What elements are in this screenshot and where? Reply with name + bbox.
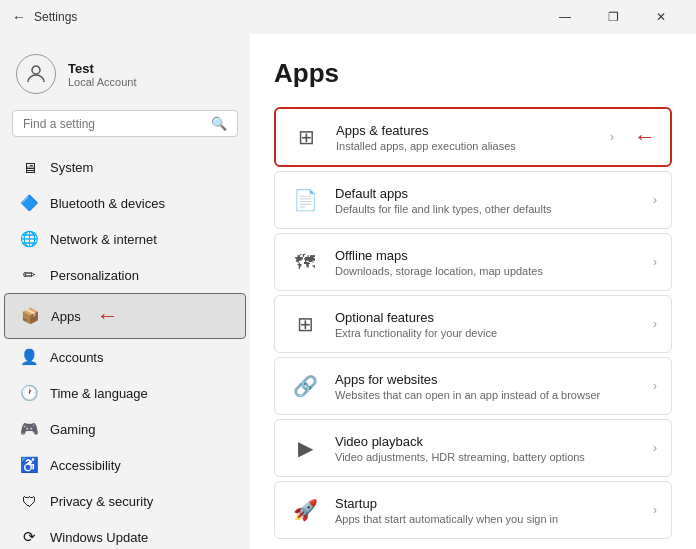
sidebar-item-label-gaming: Gaming <box>50 422 96 437</box>
sidebar-item-label-network: Network & internet <box>50 232 157 247</box>
default-apps-title: Default apps <box>335 186 639 201</box>
video-playback-title: Video playback <box>335 434 639 449</box>
back-arrow-icon[interactable]: ← <box>12 9 26 25</box>
apps-websites-chevron-icon: › <box>653 379 657 393</box>
sidebar-item-label-personalization: Personalization <box>50 268 139 283</box>
sidebar-item-label-windows-update: Windows Update <box>50 530 148 545</box>
default-apps-chevron-icon: › <box>653 193 657 207</box>
network-icon: 🌐 <box>20 230 38 248</box>
default-apps-text: Default appsDefaults for file and link t… <box>335 186 639 215</box>
video-playback-icon: ▶ <box>289 432 321 464</box>
windows-update-icon: ⟳ <box>20 528 38 546</box>
user-name: Test <box>68 61 137 76</box>
apps-icon: 📦 <box>21 307 39 325</box>
gaming-icon: 🎮 <box>20 420 38 438</box>
window-title: Settings <box>34 10 77 24</box>
settings-item-optional-features[interactable]: ⊞Optional featuresExtra functionality fo… <box>274 295 672 353</box>
settings-item-apps-websites[interactable]: 🔗Apps for websitesWebsites that can open… <box>274 357 672 415</box>
apps-features-chevron-icon: › <box>610 130 614 144</box>
nav-list: 🖥System🔷Bluetooth & devices🌐Network & in… <box>0 149 250 549</box>
sidebar-item-privacy[interactable]: 🛡Privacy & security <box>4 483 246 519</box>
maximize-button[interactable]: ❐ <box>590 3 636 31</box>
startup-chevron-icon: › <box>653 503 657 517</box>
sidebar-item-network[interactable]: 🌐Network & internet <box>4 221 246 257</box>
video-playback-text: Video playbackVideo adjustments, HDR str… <box>335 434 639 463</box>
optional-features-title: Optional features <box>335 310 639 325</box>
offline-maps-text: Offline mapsDownloads, storage location,… <box>335 248 639 277</box>
startup-desc: Apps that start automatically when you s… <box>335 513 639 525</box>
apps-websites-icon: 🔗 <box>289 370 321 402</box>
apps-features-title: Apps & features <box>336 123 596 138</box>
sidebar-item-label-apps: Apps <box>51 309 81 324</box>
startup-icon: 🚀 <box>289 494 321 526</box>
user-profile[interactable]: Test Local Account <box>0 42 250 110</box>
sidebar: Test Local Account 🔍 🖥System🔷Bluetooth &… <box>0 34 250 549</box>
sidebar-item-windows-update[interactable]: ⟳Windows Update <box>4 519 246 549</box>
sidebar-item-label-accessibility: Accessibility <box>50 458 121 473</box>
sidebar-item-accessibility[interactable]: ♿Accessibility <box>4 447 246 483</box>
offline-maps-icon: 🗺 <box>289 246 321 278</box>
search-input[interactable] <box>23 117 205 131</box>
apps-features-desc: Installed apps, app execution aliases <box>336 140 596 152</box>
sidebar-item-gaming[interactable]: 🎮Gaming <box>4 411 246 447</box>
settings-item-startup[interactable]: 🚀StartupApps that start automatically wh… <box>274 481 672 539</box>
content-area: Apps ⊞Apps & featuresInstalled apps, app… <box>250 34 696 549</box>
search-box[interactable]: 🔍 <box>12 110 238 137</box>
personalization-icon: ✏ <box>20 266 38 284</box>
startup-title: Startup <box>335 496 639 511</box>
default-apps-desc: Defaults for file and link types, other … <box>335 203 639 215</box>
avatar <box>16 54 56 94</box>
minimize-button[interactable]: — <box>542 3 588 31</box>
bluetooth-icon: 🔷 <box>20 194 38 212</box>
sidebar-item-label-accounts: Accounts <box>50 350 103 365</box>
page-title: Apps <box>274 58 672 89</box>
title-bar-controls: — ❐ ✕ <box>542 3 684 31</box>
main-container: Test Local Account 🔍 🖥System🔷Bluetooth &… <box>0 34 696 549</box>
offline-maps-desc: Downloads, storage location, map updates <box>335 265 639 277</box>
settings-item-default-apps[interactable]: 📄Default appsDefaults for file and link … <box>274 171 672 229</box>
optional-features-text: Optional featuresExtra functionality for… <box>335 310 639 339</box>
sidebar-item-label-system: System <box>50 160 93 175</box>
title-bar-left: ← Settings <box>12 9 77 25</box>
sidebar-item-apps[interactable]: 📦Apps← <box>4 293 246 339</box>
privacy-icon: 🛡 <box>20 492 38 510</box>
search-icon: 🔍 <box>211 116 227 131</box>
close-button[interactable]: ✕ <box>638 3 684 31</box>
title-bar: ← Settings — ❐ ✕ <box>0 0 696 34</box>
settings-item-apps-features[interactable]: ⊞Apps & featuresInstalled apps, app exec… <box>274 107 672 167</box>
settings-item-video-playback[interactable]: ▶Video playbackVideo adjustments, HDR st… <box>274 419 672 477</box>
sidebar-item-label-bluetooth: Bluetooth & devices <box>50 196 165 211</box>
sidebar-item-system[interactable]: 🖥System <box>4 149 246 185</box>
sidebar-item-personalization[interactable]: ✏Personalization <box>4 257 246 293</box>
accounts-icon: 👤 <box>20 348 38 366</box>
optional-features-icon: ⊞ <box>289 308 321 340</box>
settings-list: ⊞Apps & featuresInstalled apps, app exec… <box>274 107 672 539</box>
sidebar-arrow-icon: ← <box>97 303 119 329</box>
default-apps-icon: 📄 <box>289 184 321 216</box>
system-icon: 🖥 <box>20 158 38 176</box>
svg-point-0 <box>32 66 40 74</box>
sidebar-item-bluetooth[interactable]: 🔷Bluetooth & devices <box>4 185 246 221</box>
offline-maps-chevron-icon: › <box>653 255 657 269</box>
sidebar-item-label-privacy: Privacy & security <box>50 494 153 509</box>
user-account-type: Local Account <box>68 76 137 88</box>
accessibility-icon: ♿ <box>20 456 38 474</box>
apps-websites-desc: Websites that can open in an app instead… <box>335 389 639 401</box>
offline-maps-title: Offline maps <box>335 248 639 263</box>
sidebar-item-accounts[interactable]: 👤Accounts <box>4 339 246 375</box>
apps-websites-text: Apps for websitesWebsites that can open … <box>335 372 639 401</box>
user-info: Test Local Account <box>68 61 137 88</box>
apps-features-text: Apps & featuresInstalled apps, app execu… <box>336 123 596 152</box>
apps-features-icon: ⊞ <box>290 121 322 153</box>
optional-features-desc: Extra functionality for your device <box>335 327 639 339</box>
optional-features-chevron-icon: › <box>653 317 657 331</box>
video-playback-chevron-icon: › <box>653 441 657 455</box>
apps-features-arrow-icon: ← <box>634 124 656 150</box>
sidebar-item-label-time: Time & language <box>50 386 148 401</box>
video-playback-desc: Video adjustments, HDR streaming, batter… <box>335 451 639 463</box>
apps-websites-title: Apps for websites <box>335 372 639 387</box>
settings-item-offline-maps[interactable]: 🗺Offline mapsDownloads, storage location… <box>274 233 672 291</box>
time-icon: 🕐 <box>20 384 38 402</box>
sidebar-item-time[interactable]: 🕐Time & language <box>4 375 246 411</box>
startup-text: StartupApps that start automatically whe… <box>335 496 639 525</box>
